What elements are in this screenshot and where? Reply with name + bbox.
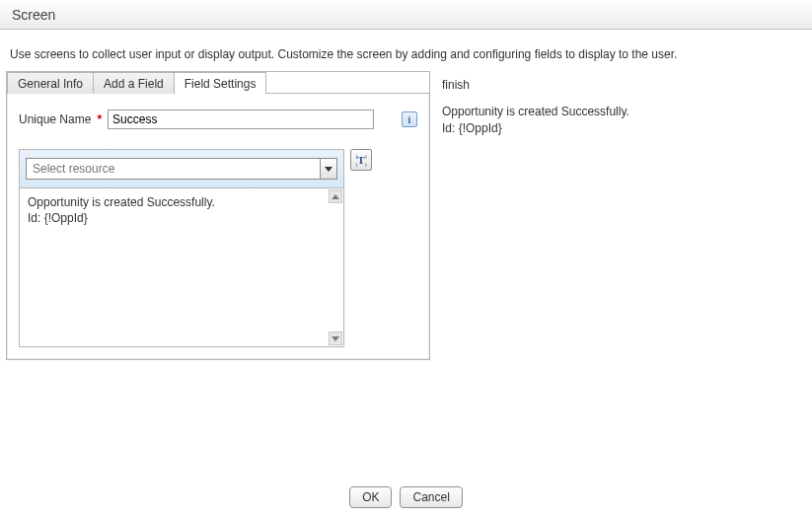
content-area: Use screens to collect user input or dis… [0, 30, 812, 360]
button-label: Cancel [412, 490, 449, 504]
chevron-down-icon [332, 336, 339, 341]
bracket-right-icon: ¦ [365, 153, 367, 168]
info-glyph: i [408, 114, 411, 125]
tab-add-field[interactable]: Add a Field [93, 72, 175, 94]
chevron-down-icon [325, 167, 332, 172]
tab-bar: General Info Add a Field Field Settings [7, 72, 429, 94]
unique-name-row: Unique Name * i [19, 110, 417, 129]
tab-field-settings[interactable]: Field Settings [174, 72, 267, 95]
resource-combo-input[interactable] [26, 158, 320, 180]
resource-combo[interactable] [26, 158, 337, 180]
button-label: OK [362, 490, 379, 504]
resource-section: Opportunity is created Successfully. Id:… [19, 149, 344, 347]
tab-label: Field Settings [185, 77, 257, 91]
title-bar: Screen [0, 0, 812, 30]
resource-combo-dropdown-button[interactable] [320, 158, 337, 180]
window-title: Screen [12, 7, 55, 23]
tab-label: General Info [18, 77, 83, 91]
left-panel: General Info Add a Field Field Settings … [6, 71, 430, 360]
preview-heading: finish [442, 77, 806, 94]
text-format-button[interactable]: ¦ T ¦ [350, 149, 372, 171]
tab-label: Add a Field [104, 77, 164, 91]
text-t-icon: T [357, 154, 364, 166]
scroll-down-button[interactable] [329, 332, 342, 345]
chevron-up-icon [332, 194, 339, 199]
unique-name-label: Unique Name [19, 112, 91, 126]
info-icon[interactable]: i [402, 111, 417, 127]
ok-button[interactable]: OK [349, 486, 392, 508]
field-body-content: Opportunity is created Successfully. Id:… [20, 188, 343, 346]
tab-body: Unique Name * i [7, 94, 429, 359]
unique-name-input[interactable] [108, 110, 374, 129]
required-marker: * [97, 112, 102, 126]
cancel-button[interactable]: Cancel [400, 486, 462, 508]
preview-line: Id: {!OppId} [442, 120, 806, 137]
preview-panel: finish Opportunity is created Successful… [438, 71, 806, 360]
field-body-textarea[interactable]: Opportunity is created Successfully. Id:… [20, 188, 343, 346]
preview-line: Opportunity is created Successfully. [442, 104, 806, 120]
dialog-footer: OK Cancel [0, 486, 812, 508]
scroll-up-button[interactable] [329, 189, 342, 203]
main-row: General Info Add a Field Field Settings … [6, 71, 806, 360]
resource-toolbar [20, 150, 343, 188]
screen-description: Use screens to collect user input or dis… [6, 39, 806, 71]
tab-general-info[interactable]: General Info [7, 72, 94, 94]
